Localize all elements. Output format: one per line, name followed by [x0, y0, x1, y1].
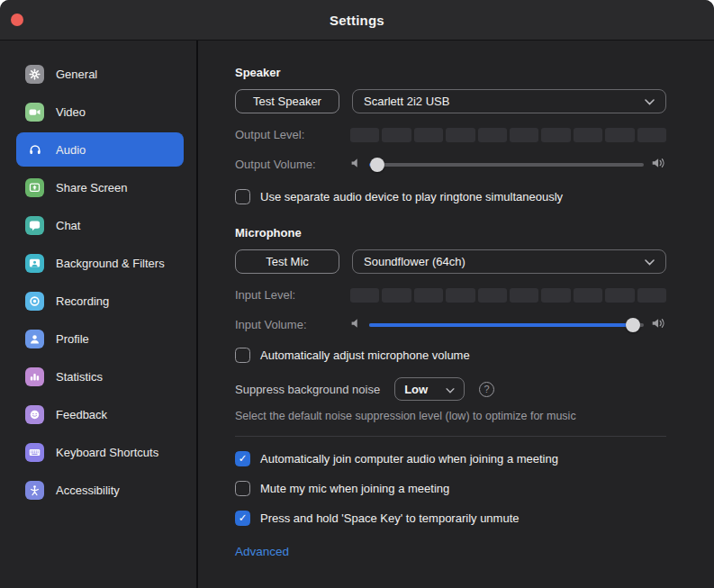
section-divider [235, 436, 666, 437]
sidebar-item-share-screen[interactable]: Share Screen [16, 170, 184, 204]
input-volume-thumb[interactable] [626, 318, 640, 332]
chevron-down-icon [446, 381, 455, 397]
speaker-low-icon [350, 317, 362, 333]
test-speaker-button[interactable]: Test Speaker [235, 89, 339, 113]
sidebar-item-audio[interactable]: Audio [16, 132, 184, 167]
ringtone-checkbox[interactable] [235, 189, 250, 204]
auto-adjust-checkbox-row: Automatically adjust microphone volume [235, 347, 666, 363]
sidebar-item-feedback[interactable]: Feedback [16, 397, 184, 431]
accessibility-icon [25, 481, 44, 500]
microphone-device-select[interactable]: Soundflower (64ch) [352, 249, 666, 274]
output-volume-label: Output Volume: [235, 158, 350, 171]
suppress-noise-label: Suppress background noise [235, 383, 380, 396]
sidebar-item-label: Video [56, 105, 86, 119]
profile-icon [25, 330, 44, 348]
record-icon [25, 292, 44, 311]
mute-mic-checkbox-label: Mute my mic when joining a meeting [260, 482, 449, 495]
sidebar-item-label: Keyboard Shortcuts [56, 446, 158, 459]
input-volume-slider[interactable] [350, 317, 666, 333]
auto-adjust-checkbox-label: Automatically adjust microphone volume [260, 348, 470, 362]
microphone-heading: Microphone [235, 226, 666, 240]
help-icon[interactable]: ? [479, 382, 494, 397]
chevron-down-icon [645, 255, 655, 268]
speaker-device-value: Scarlett 2i2 USB [364, 95, 645, 108]
window-title: Settings [330, 13, 384, 28]
microphone-device-value: Soundflower (64ch) [364, 255, 645, 268]
input-level-meter [350, 288, 666, 303]
sidebar-item-video[interactable]: Video [16, 95, 184, 129]
join-audio-checkbox-label: Automatically join computer audio when j… [260, 452, 558, 466]
space-key-unmute-checkbox[interactable] [235, 511, 250, 526]
sidebar-item-label: Background & Filters [56, 257, 165, 270]
output-level-label: Output Level: [235, 128, 350, 141]
sidebar-item-keyboard-shortcuts[interactable]: Keyboard Shortcuts [16, 435, 184, 469]
sidebar-item-label: Audio [56, 143, 86, 157]
space-key-checkbox-label: Press and hold 'Space Key' to temporaril… [260, 511, 520, 525]
chevron-down-icon [645, 95, 655, 108]
ringtone-checkbox-row: Use separate audio device to play ringto… [235, 188, 666, 204]
suppress-noise-select[interactable]: Low [394, 377, 465, 401]
sidebar-item-recording[interactable]: Recording [16, 284, 184, 318]
auto-adjust-mic-checkbox[interactable] [235, 348, 250, 363]
audio-settings-panel: Speaker Test Speaker Scarlett 2i2 USB Ou… [198, 41, 714, 588]
speaker-loud-icon [651, 157, 666, 173]
mute-mic-checkbox[interactable] [235, 481, 250, 496]
speaker-loud-icon [651, 317, 666, 333]
output-volume-slider[interactable] [350, 157, 666, 173]
speaker-low-icon [350, 157, 362, 173]
sidebar-item-accessibility[interactable]: Accessibility [16, 473, 184, 507]
sidebar-item-label: Feedback [56, 408, 107, 421]
sidebar-item-label: General [56, 68, 97, 81]
output-volume-thumb[interactable] [370, 158, 384, 172]
keyboard-icon [25, 443, 44, 462]
sidebar-item-label: Recording [56, 294, 109, 308]
sidebar-item-statistics[interactable]: Statistics [16, 359, 184, 394]
sidebar-item-label: Accessibility [56, 484, 120, 497]
join-computer-audio-checkbox[interactable] [235, 451, 250, 466]
bar-chart-icon [25, 367, 44, 386]
sidebar-item-general[interactable]: General [16, 57, 184, 91]
space-key-checkbox-row: Press and hold 'Space Key' to temporaril… [235, 510, 666, 526]
settings-sidebar: General Video Audio Share Screen [0, 41, 198, 588]
input-level-label: Input Level: [235, 288, 350, 302]
titlebar: Settings [0, 0, 714, 41]
video-camera-icon [25, 103, 44, 122]
join-audio-checkbox-row: Automatically join computer audio when j… [235, 450, 666, 466]
gear-icon [25, 65, 44, 84]
suppress-noise-value: Low [404, 383, 438, 396]
sidebar-item-profile[interactable]: Profile [16, 321, 184, 356]
headphones-icon [25, 140, 44, 159]
share-screen-icon [25, 178, 44, 197]
close-window-button[interactable] [11, 14, 23, 26]
output-level-meter [350, 128, 666, 142]
ringtone-checkbox-label: Use separate audio device to play ringto… [260, 190, 563, 204]
sidebar-item-background-filters[interactable]: Background & Filters [16, 246, 184, 280]
sidebar-item-label: Chat [56, 219, 80, 232]
background-filters-icon [25, 254, 44, 273]
suppress-noise-description: Select the default noise suppression lev… [235, 410, 666, 423]
advanced-link[interactable]: Advanced [235, 545, 289, 558]
mute-mic-checkbox-row: Mute my mic when joining a meeting [235, 480, 666, 496]
test-mic-button[interactable]: Test Mic [235, 249, 339, 274]
speaker-device-select[interactable]: Scarlett 2i2 USB [352, 89, 666, 113]
chat-bubble-icon [25, 216, 44, 235]
smiley-icon [25, 405, 44, 424]
sidebar-item-label: Statistics [56, 370, 103, 384]
sidebar-item-label: Profile [56, 332, 89, 346]
sidebar-item-chat[interactable]: Chat [16, 208, 184, 242]
settings-window: Settings General Video Audio [0, 0, 714, 588]
speaker-heading: Speaker [235, 66, 666, 80]
input-volume-label: Input Volume: [235, 318, 350, 331]
sidebar-item-label: Share Screen [56, 181, 128, 194]
